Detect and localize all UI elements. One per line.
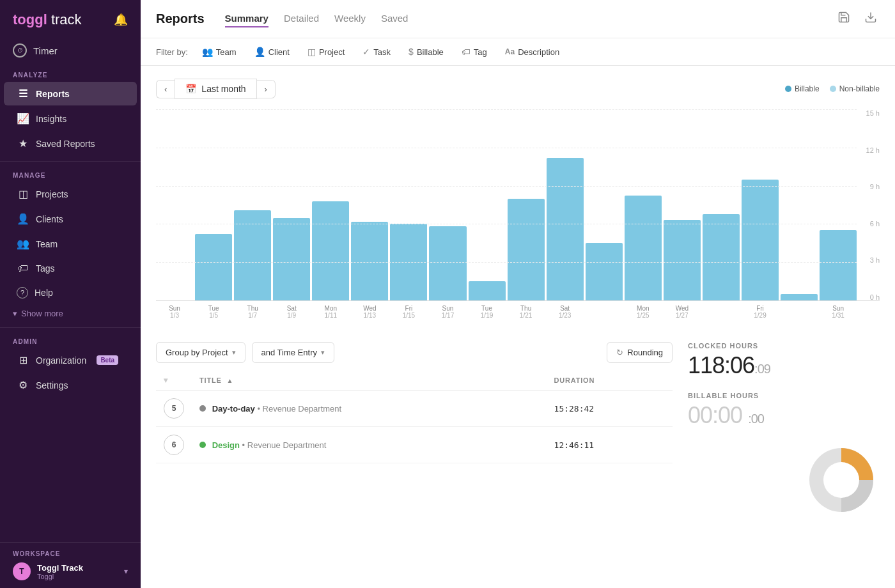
row-1-num-cell: 5 <box>156 391 192 427</box>
workspace-chevron-icon: ▾ <box>124 567 128 576</box>
table-header-title[interactable]: TITLE ▲ <box>192 371 547 391</box>
filter-task-label: Task <box>373 47 391 57</box>
workspace-sub: Toggl <box>37 573 83 580</box>
help-label: Help <box>35 288 53 298</box>
bar-15[interactable] <box>742 180 779 300</box>
filter-team-label: Team <box>216 47 237 57</box>
sidebar-item-tags[interactable]: 🏷 Tags <box>4 257 137 280</box>
project-filter-icon: ◫ <box>307 47 316 57</box>
tab-weekly[interactable]: Weekly <box>334 10 366 27</box>
row-2-client: • Revenue Department <box>242 440 327 450</box>
team-label: Team <box>36 239 58 249</box>
filter-team[interactable]: 👥 Team <box>198 45 240 59</box>
logo-track: track <box>47 12 82 27</box>
group-by-label: Group by Project <box>166 348 228 357</box>
settings-label: Settings <box>36 380 68 391</box>
workspace-avatar: T <box>13 562 31 580</box>
sidebar-divider-1 <box>0 161 141 162</box>
group-by-secondary-button[interactable]: and Time Entry ▾ <box>252 342 334 363</box>
x-label-fri-29: Fri 1/29 <box>742 305 779 319</box>
workspace-item[interactable]: T Toggl Track Toggl ▾ <box>13 562 128 580</box>
filter-tag-label: Tag <box>474 47 487 57</box>
description-filter-icon: Aa <box>505 47 515 56</box>
x-label-thu-7: Thu 1/7 <box>234 305 271 319</box>
bar-11[interactable] <box>586 243 623 300</box>
filter-tag[interactable]: 🏷 Tag <box>458 45 491 59</box>
table-header-row: ▾ TITLE ▲ DURATION <box>156 371 673 391</box>
filter-billable[interactable]: $ Billable <box>405 45 447 59</box>
bar-16[interactable] <box>781 294 818 300</box>
bar-7[interactable] <box>429 226 466 300</box>
sidebar-divider-2 <box>0 327 141 328</box>
rounding-button[interactable]: ↻ Rounding <box>607 342 673 363</box>
rounding-icon: ↻ <box>616 348 623 357</box>
sidebar: toggl track 🔔 ⏱ Timer ANALYZE ☰ Reports … <box>0 0 141 588</box>
date-display[interactable]: 📅 Last month <box>175 79 256 99</box>
chart-legend: Billable Non-billable <box>785 84 880 93</box>
timer-circle-icon: ⏱ <box>13 43 27 58</box>
bar-10[interactable] <box>547 158 584 300</box>
sidebar-item-organization[interactable]: ⊞ Organization Beta <box>4 348 137 372</box>
tab-summary[interactable]: Summary <box>225 10 268 27</box>
projects-label: Projects <box>36 189 68 199</box>
download-button[interactable] <box>862 8 880 29</box>
filter-billable-label: Billable <box>417 47 444 57</box>
bar-17[interactable] <box>820 230 857 300</box>
client-filter-icon: 👤 <box>254 47 265 57</box>
filter-task[interactable]: ✓ Task <box>359 45 394 59</box>
chart-bars-area <box>156 109 880 301</box>
filter-description[interactable]: Aa Description <box>501 45 563 59</box>
duration-col-label: DURATION <box>554 376 595 384</box>
bar-8[interactable] <box>469 281 506 300</box>
clients-icon: 👤 <box>17 213 29 225</box>
filter-project[interactable]: ◫ Project <box>304 45 348 59</box>
date-prev-button[interactable]: ‹ <box>156 80 175 98</box>
x-label-sun-3: Sun 1/3 <box>156 305 193 319</box>
bar-4[interactable] <box>312 201 349 300</box>
sidebar-item-help[interactable]: ? Help <box>4 281 137 304</box>
group-by-project-button[interactable]: Group by Project ▾ <box>156 342 245 363</box>
row-1-num: 5 <box>164 398 184 419</box>
table-header-duration: DURATION <box>547 371 673 391</box>
bar-12[interactable] <box>625 196 662 300</box>
bar-3[interactable] <box>273 218 310 300</box>
sidebar-item-team[interactable]: 👥 Team <box>4 232 137 256</box>
x-label-wed-13: Wed 1/13 <box>351 305 388 319</box>
bar-14[interactable] <box>703 214 740 300</box>
pie-chart-wrapper <box>688 442 880 518</box>
reports-icon: ☰ <box>17 88 29 100</box>
sidebar-item-saved-reports[interactable]: ★ Saved Reports <box>4 132 137 155</box>
bar-9[interactable] <box>508 199 545 300</box>
sidebar-timer-item[interactable]: ⏱ Timer <box>0 37 141 66</box>
sidebar-item-projects[interactable]: ◫ Projects <box>4 182 137 206</box>
group-by-secondary-label: and Time Entry <box>261 348 317 357</box>
top-nav-actions <box>835 8 880 29</box>
team-filter-icon: 👥 <box>202 47 213 57</box>
sidebar-item-insights[interactable]: 📈 Insights <box>4 107 137 130</box>
bar-5[interactable] <box>351 222 388 300</box>
tab-detailed[interactable]: Detailed <box>284 10 319 27</box>
sidebar-item-reports[interactable]: ☰ Reports <box>4 82 137 105</box>
notification-bell-icon[interactable]: 🔔 <box>114 13 128 27</box>
save-report-button[interactable] <box>835 8 853 29</box>
x-label-mon-25: Mon 1/25 <box>625 305 662 319</box>
date-navigation: ‹ 📅 Last month › <box>156 79 276 99</box>
bar-6[interactable] <box>390 224 427 300</box>
sidebar-item-settings[interactable]: ⚙ Settings <box>4 373 137 397</box>
row-2-num-cell: 6 <box>156 427 192 463</box>
filter-client[interactable]: 👤 Client <box>251 45 293 59</box>
billable-hours-label: BILLABLE HOURS <box>688 392 880 399</box>
analyze-section-label: ANALYZE <box>0 66 141 81</box>
bar-2[interactable] <box>234 210 271 300</box>
bar-1[interactable] <box>195 234 232 300</box>
bar-13[interactable] <box>664 220 701 300</box>
show-more-button[interactable]: ▾ Show more <box>0 305 141 322</box>
sidebar-item-clients[interactable]: 👤 Clients <box>4 207 137 231</box>
filter-bar: Filter by: 👥 Team 👤 Client ◫ Project ✓ T… <box>141 38 895 66</box>
expand-icon: ▾ <box>164 376 168 385</box>
date-next-button[interactable]: › <box>257 80 276 98</box>
tab-saved[interactable]: Saved <box>381 10 409 27</box>
stats-section: CLOCKED HOURS 118:06:09 BILLABLE HOURS 0… <box>688 342 880 518</box>
title-col-label: TITLE <box>199 376 222 384</box>
x-label-sun-17: Sun 1/17 <box>429 305 466 319</box>
